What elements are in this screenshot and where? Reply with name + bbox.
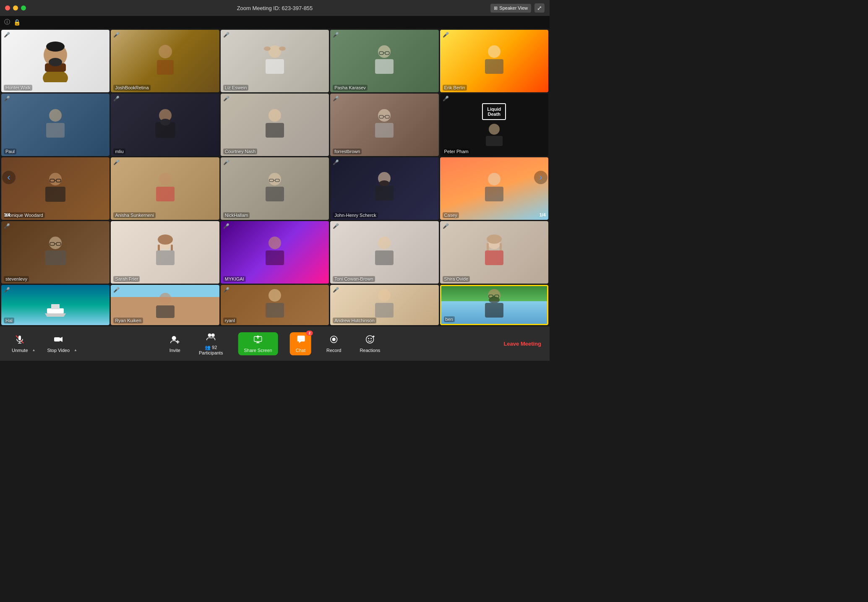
- mute-indicator: 🎤: [223, 32, 229, 38]
- participant-cell: 🎤 Shira Ovide: [440, 221, 548, 284]
- svg-point-37: [159, 173, 172, 185]
- person-figure: [43, 234, 68, 271]
- participant-cell: 🎤 Paul: [1, 94, 109, 156]
- svg-point-102: [370, 338, 372, 339]
- svg-rect-24: [266, 123, 284, 138]
- person-figure: [482, 170, 507, 208]
- participant-name: Shira Ovide: [443, 276, 470, 282]
- chat-button[interactable]: Chat 2: [290, 332, 311, 355]
- chat-label: Chat: [296, 348, 305, 353]
- svg-rect-97: [258, 341, 258, 343]
- reactions-button[interactable]: Reactions: [356, 333, 383, 354]
- stop-video-label: Stop Video: [47, 348, 70, 353]
- share-screen-label: Share Screen: [244, 348, 272, 353]
- person-figure: [153, 289, 178, 319]
- speaker-view-button[interactable]: ⊞ Speaker View: [490, 4, 531, 13]
- participant-name: Toni Cowan-Brown: [333, 276, 375, 282]
- page-indicator: 1/4: [540, 212, 546, 217]
- share-screen-button[interactable]: Share Screen: [238, 332, 278, 355]
- participant-cell: Sarah Frier: [111, 221, 219, 284]
- svg-rect-74: [266, 303, 284, 318]
- stop-video-button[interactable]: Stop Video: [44, 333, 73, 354]
- mute-indicator: 🎤: [333, 96, 339, 102]
- participant-cell: 🎤 Anisha Sunkerneni: [111, 157, 219, 220]
- svg-point-59: [268, 237, 281, 249]
- svg-rect-53: [45, 250, 66, 265]
- svg-point-55: [158, 235, 173, 245]
- mute-indicator: 🎤: [113, 96, 120, 102]
- prev-page-arrow[interactable]: ‹: [2, 171, 16, 184]
- meeting-title: Zoom Meeting ID: 623-397-855: [237, 5, 313, 11]
- participant-cell: 🎤 ryanl: [221, 285, 329, 325]
- svg-point-23: [268, 109, 281, 122]
- svg-rect-12: [375, 59, 394, 74]
- participant-cell: 🎤 Pasha Karasev: [330, 30, 438, 92]
- svg-point-71: [159, 293, 171, 305]
- unmute-button[interactable]: Unmute: [8, 333, 31, 354]
- svg-rect-26: [375, 123, 394, 138]
- participants-icon-text: 👥: [205, 345, 212, 350]
- invite-button[interactable]: Invite: [166, 333, 184, 354]
- participants-icon: [206, 332, 216, 343]
- participant-cell: 🎤 John-Henry Scherck: [330, 157, 438, 220]
- participant-name: ben: [444, 316, 455, 322]
- person-figure: [262, 170, 287, 208]
- traffic-lights: [5, 5, 26, 10]
- grid-icon: ⊞: [494, 5, 498, 11]
- next-page-arrow[interactable]: ›: [534, 171, 547, 184]
- chat-wrapper: Chat 2: [290, 332, 311, 355]
- svg-point-100: [366, 336, 374, 343]
- chat-icon: [296, 335, 305, 346]
- participant-cell: 🎤 stevenlevy: [1, 221, 109, 284]
- participant-name: Peter Pham: [443, 149, 470, 154]
- expand-button[interactable]: ⤢: [534, 3, 545, 13]
- mute-indicator: 🎤: [4, 223, 10, 229]
- person-figure: [372, 42, 397, 80]
- mute-indicator: 🎤: [113, 159, 120, 165]
- minimize-button[interactable]: [13, 5, 18, 10]
- person-figure: [153, 170, 178, 208]
- video-arrow[interactable]: ▲: [74, 348, 77, 352]
- svg-rect-58: [156, 250, 175, 265]
- record-button[interactable]: Record: [323, 333, 344, 354]
- person-figure: [153, 42, 178, 80]
- participant-name: stevenlevy: [4, 276, 29, 282]
- maximize-button[interactable]: [21, 5, 26, 10]
- participant-name: Ryan Kuiken: [113, 318, 143, 323]
- unmute-arrow[interactable]: ▲: [32, 348, 36, 352]
- video-icon: [54, 335, 63, 346]
- avatar-illustration: [39, 40, 72, 82]
- participant-cell: 🎤 Courtney Nash: [221, 94, 329, 156]
- participant-cell: 🎤 forrestbrown: [330, 94, 438, 156]
- participant-cell: 🎤 Toni Cowan-Brown: [330, 221, 438, 284]
- close-button[interactable]: [5, 5, 10, 10]
- svg-point-49: [49, 237, 62, 249]
- mute-indicator: 🎤: [443, 96, 449, 102]
- participants-count: 92: [212, 345, 217, 350]
- person-figure: [43, 170, 68, 208]
- microphone-icon: [15, 335, 24, 346]
- svg-marker-88: [60, 337, 63, 342]
- person-figure: [372, 234, 397, 271]
- svg-rect-36: [45, 187, 65, 202]
- participants-button[interactable]: 👥 92 Participants: [195, 330, 226, 357]
- ship-figure: [45, 300, 66, 317]
- mute-indicator: 🎤: [443, 223, 449, 229]
- svg-rect-76: [375, 303, 394, 318]
- svg-rect-6: [157, 60, 174, 75]
- leave-meeting-button[interactable]: Leave Meeting: [503, 341, 541, 347]
- video-grid-area: ‹ › 🎤 Hunter Walk: [0, 29, 550, 326]
- person-figure: [484, 122, 505, 147]
- person-figure: [482, 42, 507, 80]
- mute-indicator: 🎤: [333, 287, 339, 293]
- participant-cell: 🎤 Ryan Kuiken: [111, 285, 219, 325]
- mute-indicator: 🎤: [4, 32, 10, 38]
- svg-rect-43: [266, 187, 284, 201]
- mute-indicator: 🎤: [223, 96, 229, 102]
- info-icon[interactable]: ⓘ: [4, 18, 10, 26]
- participants-wrapper: 👥 92 Participants: [195, 330, 226, 357]
- svg-point-73: [268, 289, 281, 302]
- participants-label: 👥 92 Participants: [199, 345, 223, 355]
- person-figure: [43, 106, 68, 144]
- svg-point-99: [332, 338, 336, 341]
